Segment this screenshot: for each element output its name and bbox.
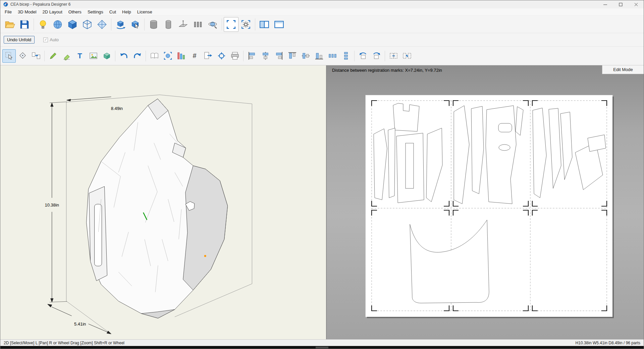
undo-unfold-button[interactable]: Undo Unfold — [4, 36, 35, 44]
menu-2d-layout[interactable]: 2D Layout — [40, 8, 65, 16]
auto-checkbox[interactable]: ✓ — [43, 38, 48, 42]
viewport-3d[interactable]: 8.49in 10.38in 5.41i — [0, 65, 326, 339]
statusbar-model-info: H10.38in W5.41in D8.49in / 96 parts — [576, 341, 640, 345]
equal-vertical-spacing-button[interactable] — [339, 49, 353, 63]
light-bulb-icon — [38, 19, 48, 30]
select-move-button[interactable] — [2, 49, 16, 63]
auto-checkbox-group[interactable]: ✓ Auto — [43, 37, 59, 42]
pattern-piece[interactable] — [588, 135, 606, 152]
open-book-icon — [150, 51, 159, 61]
menu-help[interactable]: Help — [119, 8, 134, 16]
align-top-button[interactable] — [285, 49, 299, 63]
insert-image-button[interactable] — [87, 49, 100, 63]
frame-selection-button[interactable] — [224, 17, 238, 32]
insert-text-button[interactable]: T — [73, 49, 87, 63]
rotate-model-button[interactable] — [113, 17, 128, 32]
pattern-piece[interactable] — [516, 107, 523, 135]
align-horizontal-center-button[interactable] — [259, 49, 272, 63]
undo-button[interactable] — [117, 49, 130, 63]
h-spacing-icon — [328, 51, 337, 61]
pattern-piece[interactable] — [374, 129, 387, 200]
equal-horizontal-spacing-button[interactable] — [326, 49, 339, 63]
toolbar-separator — [243, 51, 244, 61]
redo-button[interactable] — [130, 49, 144, 63]
transparent-display-button[interactable] — [95, 17, 109, 32]
column-selection-button[interactable] — [191, 17, 205, 32]
maximize-icon — [619, 3, 623, 6]
pattern-piece[interactable] — [486, 106, 516, 204]
align-bottom-button[interactable] — [312, 49, 326, 63]
edit-mode-button[interactable]: Edit Mode — [602, 65, 644, 74]
minimize-button[interactable] — [597, 0, 613, 8]
check-corresponding-face-button[interactable] — [16, 49, 29, 63]
solid-cube-icon — [67, 19, 78, 30]
close-button[interactable] — [628, 0, 644, 8]
show-3d-object-button[interactable] — [100, 49, 113, 63]
edit-flaps-button[interactable] — [46, 49, 60, 63]
export-button[interactable] — [201, 49, 215, 63]
pattern-piece[interactable] — [533, 108, 546, 198]
rotate-part-right-button[interactable] — [370, 49, 383, 63]
pattern-piece[interactable] — [410, 220, 489, 303]
pattern-piece[interactable] — [426, 128, 442, 202]
model-3d[interactable] — [87, 99, 228, 318]
single-pane-layout-button[interactable] — [272, 17, 286, 32]
two-pane-layout-button[interactable] — [257, 17, 272, 32]
toggle-light-button[interactable] — [36, 17, 50, 32]
menu-3d-model[interactable]: 3D Model — [15, 8, 40, 16]
divide-parts-button[interactable] — [400, 49, 414, 63]
move-model-parts-button[interactable] — [128, 17, 143, 32]
toolbar-separator — [34, 18, 34, 31]
pattern-piece[interactable] — [388, 128, 395, 198]
join-parts-button[interactable] — [387, 49, 400, 63]
open-button[interactable] — [2, 17, 17, 32]
pattern-piece[interactable] — [393, 103, 419, 131]
menu-others[interactable]: Others — [65, 8, 85, 16]
align-vertical-center-button[interactable] — [299, 49, 312, 63]
selection-frame-icon — [226, 19, 236, 30]
registration-marks-button[interactable] — [215, 49, 228, 63]
model-3d-canvas[interactable]: 8.49in 10.38in 5.41i — [0, 65, 326, 339]
pattern-piece[interactable] — [549, 108, 561, 188]
print-button[interactable] — [228, 49, 241, 63]
model-slot — [95, 204, 102, 266]
flat-face-selection-button[interactable] — [176, 17, 191, 32]
solid-display-button[interactable] — [65, 17, 80, 32]
window-controls — [597, 0, 644, 8]
rotate-part-left-button[interactable] — [356, 49, 370, 63]
arrange-parts-button[interactable] — [174, 49, 188, 63]
layout-page[interactable] — [366, 95, 612, 317]
redo-arrow-icon — [132, 51, 142, 61]
move-part-to-page-button[interactable] — [29, 49, 43, 63]
menu-file[interactable]: File — [2, 8, 15, 16]
pattern-piece[interactable] — [560, 112, 572, 180]
select-all-parts-button[interactable] — [161, 49, 174, 63]
titlebar: CEA bicep - Pepakura Designer 6 — [0, 0, 644, 8]
cylinder-selection-button[interactable] — [146, 17, 161, 32]
sphere-icon — [52, 19, 63, 30]
orbit-zoom-button[interactable] — [205, 17, 220, 32]
frame-selection-settings-button[interactable] — [238, 17, 253, 32]
octahedron-icon — [97, 19, 107, 30]
v-spacing-icon — [341, 51, 351, 61]
align-middle-icon — [301, 51, 311, 61]
layout-page-canvas[interactable] — [366, 95, 612, 317]
print-preview-button[interactable] — [148, 49, 161, 63]
texture-display-button[interactable] — [50, 17, 65, 32]
pattern-piece[interactable] — [471, 106, 484, 194]
dimension-height-arrow — [50, 102, 67, 302]
maximize-button[interactable] — [613, 0, 628, 8]
dimension-depth-label: 5.41in — [74, 322, 86, 327]
pattern-piece[interactable] — [454, 106, 469, 204]
wireframe-display-button[interactable] — [80, 17, 95, 32]
menu-license[interactable]: License — [134, 8, 155, 16]
save-button[interactable] — [17, 17, 32, 32]
viewport-2d[interactable]: Distance between registration marks: X=7… — [327, 65, 644, 339]
eraser-button[interactable] — [60, 49, 73, 63]
edge-id-numbers-button[interactable]: # — [188, 49, 201, 63]
align-left-button[interactable] — [245, 49, 259, 63]
prism-selection-button[interactable] — [161, 17, 176, 32]
align-right-button[interactable] — [272, 49, 285, 63]
menu-cut[interactable]: Cut — [106, 8, 119, 16]
menu-settings[interactable]: Settings — [85, 8, 106, 16]
